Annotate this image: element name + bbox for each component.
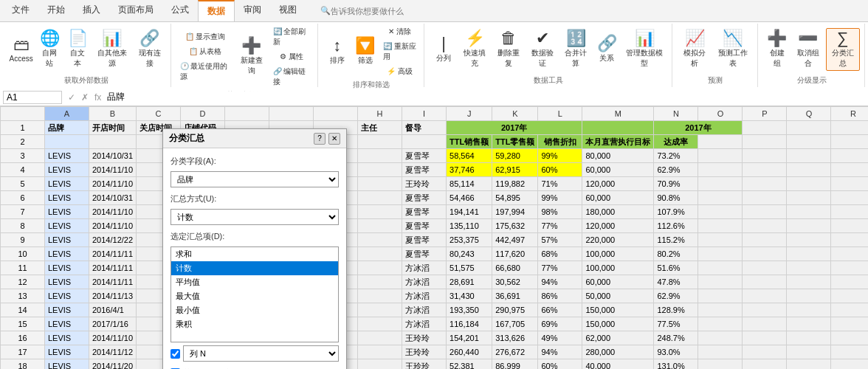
btn-properties[interactable]: ⚙ 属性 bbox=[270, 50, 313, 63]
col-header-P[interactable]: P bbox=[743, 107, 787, 121]
formula-bar: ✓ ✗ fx bbox=[0, 89, 868, 106]
table-row: 11 LEVIS 2014/11/11 SP32003 方冰滔 51,575 6… bbox=[1, 261, 869, 275]
btn-consolidate[interactable]: 🔢合并计算 bbox=[559, 29, 592, 70]
btn-filter[interactable]: 🔽筛选 bbox=[352, 36, 379, 67]
col-header-L[interactable]: L bbox=[538, 107, 582, 121]
table-row: 12 LEVIS 2014/11/11 SP32003 方冰滔 28,691 3… bbox=[1, 275, 869, 289]
col-header-F[interactable] bbox=[269, 107, 314, 121]
col-header-Q[interactable]: Q bbox=[787, 107, 831, 121]
group-label-external: 获取外部数据 bbox=[64, 74, 108, 86]
table-row: 13 LEVIS 2014/11/13 SP32004 方冰滔 31,430 3… bbox=[1, 289, 869, 303]
table-row: 14 LEVIS 2016/4/1 SP32135 方冰滔 193,350 29… bbox=[1, 303, 869, 317]
col-header-R[interactable]: R bbox=[831, 107, 868, 121]
formula-input[interactable] bbox=[104, 92, 865, 103]
col-header-A[interactable]: A bbox=[45, 107, 89, 121]
formula-separator: ✓ bbox=[68, 92, 75, 103]
btn-forecast-sheet[interactable]: 📉预测工作表 bbox=[713, 29, 753, 70]
tab-review[interactable]: 审阅 bbox=[235, 0, 270, 21]
column-dropdown-row: 列 N bbox=[170, 345, 339, 362]
btn-existing-connection[interactable]: 🔗现有连接 bbox=[133, 29, 165, 70]
table-row: 10 LEVIS 2014/11/11 SP32159 夏雪琴 80,243 1… bbox=[1, 247, 869, 261]
category-field-section: 分类字段(A): 品牌 bbox=[170, 156, 339, 187]
btn-web[interactable]: 🌐自网站 bbox=[36, 29, 63, 70]
col-header-I[interactable]: I bbox=[402, 107, 447, 121]
list-item-sum[interactable]: 求和 bbox=[171, 247, 338, 261]
col-header-J[interactable]: J bbox=[447, 107, 492, 121]
ribbon-group-transform: 📋 显示查询 📋 从表格 🕐 最近使用的源 ➕新建查询 🔄 全部刷新 ⚙ 属性 … bbox=[173, 24, 318, 87]
list-item-avg[interactable]: 平均值 bbox=[171, 275, 338, 289]
btn-access[interactable]: 🗃Access bbox=[7, 35, 35, 64]
btn-recent-sources[interactable]: 🕐 最近使用的源 bbox=[177, 60, 234, 83]
col-header-H[interactable]: H bbox=[358, 107, 402, 121]
col-header-M[interactable]: M bbox=[582, 107, 654, 121]
btn-ungroup[interactable]: ➖取消组合 bbox=[792, 29, 824, 70]
summary-method-select[interactable]: 计数 bbox=[170, 209, 339, 225]
ribbon-group-external-data: 🗃Access 🌐自网站 📄自文本 📊自其他来源 🔗现有连接 获取外部数据 bbox=[3, 24, 171, 87]
list-item-product[interactable]: 乘积 bbox=[171, 317, 338, 331]
ribbon-tabs: 文件 开始 插入 页面布局 公式 数据 审阅 视图 🔍 bbox=[0, 0, 868, 22]
btn-manage-model[interactable]: 📊管理数据模型 bbox=[621, 29, 667, 70]
table-row: 8 LEVIS 2014/11/10 SP32059 夏雪琴 135,110 1… bbox=[1, 219, 869, 233]
ribbon-content: 🗃Access 🌐自网站 📄自文本 📊自其他来源 🔗现有连接 获取外部数据 📋 … bbox=[0, 22, 868, 89]
tab-insert[interactable]: 插入 bbox=[74, 0, 109, 21]
btn-from-table[interactable]: 📋 从表格 bbox=[177, 45, 234, 58]
tab-view[interactable]: 视图 bbox=[270, 0, 306, 21]
btn-what-if[interactable]: 📈模拟分析 bbox=[678, 29, 712, 70]
btn-new-query[interactable]: ➕新建查询 bbox=[235, 36, 268, 77]
ribbon: 文件 开始 插入 页面布局 公式 数据 审阅 视图 🔍 🗃Access 🌐自网站… bbox=[0, 0, 868, 89]
tab-formula[interactable]: 公式 bbox=[162, 0, 198, 21]
group-label-sort-filter: 排序和筛选 bbox=[353, 78, 390, 90]
btn-data-validation[interactable]: ✔数据验证 bbox=[526, 29, 559, 70]
btn-clear[interactable]: ✕ 清除 bbox=[380, 25, 419, 38]
formula-separator2: ✗ bbox=[81, 92, 89, 103]
category-field-select[interactable]: 品牌 bbox=[170, 171, 339, 187]
list-item-count[interactable]: 计数 bbox=[171, 261, 338, 275]
btn-split-column[interactable]: |分列 bbox=[430, 34, 457, 65]
search-input[interactable] bbox=[331, 7, 449, 15]
tab-data[interactable]: 数据 bbox=[198, 0, 235, 21]
btn-edit-links[interactable]: 🔗 编辑链接 bbox=[270, 65, 313, 89]
name-box[interactable] bbox=[3, 91, 62, 104]
dialog-close-button[interactable]: ✕ bbox=[328, 133, 340, 145]
col-header-K[interactable]: K bbox=[492, 107, 538, 121]
col-header-N[interactable]: N bbox=[654, 107, 698, 121]
summary-items-listbox[interactable]: 求和 计数 平均值 最大值 最小值 乘积 bbox=[170, 246, 339, 342]
column-checkbox[interactable] bbox=[170, 349, 180, 359]
tab-file[interactable]: 文件 bbox=[3, 0, 38, 21]
btn-show-query[interactable]: 📋 显示查询 bbox=[177, 30, 234, 44]
col-header-G[interactable] bbox=[314, 107, 358, 121]
table-row: 15 LEVIS 2017/1/16 SP32159 方冰滔 116,184 1… bbox=[1, 317, 869, 331]
dialog-help-button[interactable]: ? bbox=[314, 133, 326, 145]
btn-refresh-all[interactable]: 🔄 全部刷新 bbox=[270, 25, 313, 49]
tab-layout[interactable]: 页面布局 bbox=[109, 0, 162, 21]
btn-advanced[interactable]: ⚡ 高级 bbox=[380, 65, 419, 78]
table-row: 16 LEVIS 2014/11/10 SP32011 王玲玲 154,201 … bbox=[1, 331, 869, 345]
col-header-D[interactable]: D bbox=[181, 107, 225, 121]
table-row: 17 LEVIS 2014/11/12 SP32012 王玲玲 260,440 … bbox=[1, 345, 869, 359]
btn-sort[interactable]: ↕排序 bbox=[324, 36, 351, 67]
col-header-C[interactable]: C bbox=[137, 107, 181, 121]
btn-reapply[interactable]: 🔄 重新应用 bbox=[380, 40, 419, 63]
btn-subtotal[interactable]: ∑分类汇总 bbox=[826, 28, 860, 71]
table-row: 7 LEVIS 2014/11/10 SP32060 夏雪琴 194,141 1… bbox=[1, 205, 869, 219]
list-item-max[interactable]: 最大值 bbox=[171, 289, 338, 303]
btn-group[interactable]: ➕创建组 bbox=[764, 29, 790, 70]
column-select[interactable]: 列 N bbox=[183, 345, 339, 362]
col-header-B[interactable]: B bbox=[89, 107, 137, 121]
summary-method-row: 计数 bbox=[170, 209, 339, 225]
summary-items-label: 选定汇总项(D): bbox=[170, 231, 339, 242]
list-item-min[interactable]: 最小值 bbox=[171, 303, 338, 317]
corner-header bbox=[1, 107, 45, 121]
dialog-title-bar: 分类汇总 ? ✕ bbox=[163, 129, 346, 148]
col-header-O[interactable]: O bbox=[698, 107, 743, 121]
table-row: 5 LEVIS 2014/11/10 SP32000 王玲玲 85,114 11… bbox=[1, 177, 869, 191]
btn-other-sources[interactable]: 📊自其他来源 bbox=[92, 29, 131, 70]
group-label-outline: 分级显示 bbox=[797, 74, 827, 86]
btn-remove-duplicates[interactable]: 🗑删除重复 bbox=[492, 29, 525, 70]
tab-home[interactable]: 开始 bbox=[38, 0, 74, 21]
col-header-E[interactable] bbox=[225, 107, 269, 121]
btn-text[interactable]: 📄自文本 bbox=[64, 29, 91, 70]
btn-flash-fill[interactable]: ⚡快速填充 bbox=[458, 29, 491, 70]
ribbon-group-data-tools: |分列 ⚡快速填充 🗑删除重复 ✔数据验证 🔢合并计算 🔗关系 📊管理数据模型 … bbox=[426, 24, 672, 87]
btn-relationships[interactable]: 🔗关系 bbox=[593, 34, 620, 65]
